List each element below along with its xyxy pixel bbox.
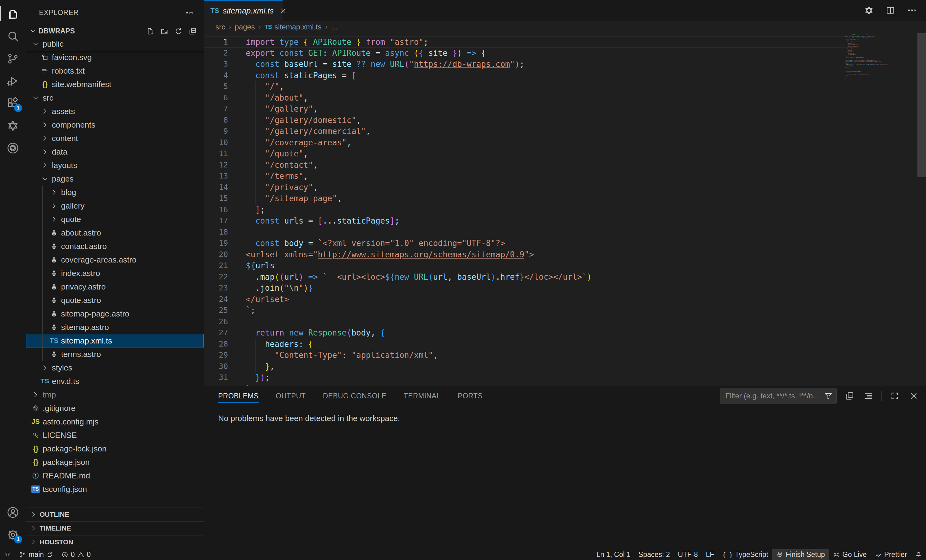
activity-settings-button[interactable]: 1	[0, 524, 26, 546]
status-go-live[interactable]: Go Live	[829, 549, 871, 560]
code-line-19[interactable]: 19 const body = `<?xml version="1.0" enc…	[204, 238, 846, 249]
status-notifications[interactable]	[911, 549, 926, 560]
code-editor[interactable]: 1import type { APIRoute } from "astro";2…	[204, 36, 846, 386]
tree-item-pages[interactable]: pages	[26, 172, 204, 186]
activity-github-button[interactable]	[0, 137, 26, 159]
panel-tab-ports[interactable]: PORTS	[458, 386, 483, 406]
tree-item-about-astro[interactable]: about.astro	[26, 226, 204, 240]
panel-tab-terminal[interactable]: TERMINAL	[404, 386, 440, 406]
code-line-17[interactable]: 17 const urls = [...staticPages];	[204, 215, 846, 226]
tree-item-astro-config-mjs[interactable]: JSastro.config.mjs	[26, 415, 204, 429]
code-line-18[interactable]: 18	[204, 226, 846, 238]
tree-item-privacy-astro[interactable]: privacy.astro	[26, 280, 204, 293]
status-cursor-position[interactable]: Ln 1, Col 1	[593, 549, 634, 560]
status-finish-setup[interactable]: Finish Setup	[772, 549, 829, 560]
code-line-13[interactable]: 13 "/terms",	[204, 171, 846, 182]
maximize-panel-button[interactable]	[888, 390, 901, 402]
minimap[interactable]: import type { APIRoute } from "astro";ex…	[845, 34, 918, 384]
split-editor-button[interactable]	[884, 4, 897, 17]
tree-item-styles[interactable]: styles	[26, 361, 204, 374]
activity-search-button[interactable]	[0, 25, 26, 47]
status-git-branch[interactable]: main	[15, 549, 57, 560]
tree-item-readme-md[interactable]: README.md	[26, 469, 204, 482]
section-timeline[interactable]: TIMELINE	[26, 521, 204, 535]
code-line-20[interactable]: 20<urlset xmlns="http://www.sitemaps.org…	[204, 249, 846, 260]
tree-item-coverage-areas-astro[interactable]: coverage-areas.astro	[26, 253, 204, 267]
status-language-mode[interactable]: { }TypeScript	[718, 549, 772, 560]
code-line-7[interactable]: 7 "/gallery",	[204, 103, 846, 115]
new-file-button[interactable]	[144, 25, 156, 38]
tree-item-components[interactable]: components	[26, 118, 204, 131]
tree-item-data[interactable]: data	[26, 145, 204, 158]
tree-item-src[interactable]: src	[26, 91, 204, 104]
status-indentation[interactable]: Spaces: 2	[634, 549, 674, 560]
tree-item-index-astro[interactable]: index.astro	[26, 267, 204, 280]
breadcrumb-item--[interactable]: ...	[331, 23, 337, 31]
status-eol[interactable]: LF	[702, 549, 718, 560]
tree-item-package-json[interactable]: {}package.json	[26, 456, 204, 469]
breadcrumb-item-sitemap-xml-ts[interactable]: TSsitemap.xml.ts	[265, 23, 322, 31]
code-line-27[interactable]: 27 return new Response(body, {	[204, 327, 846, 338]
code-line-14[interactable]: 14 "/privacy",	[204, 182, 846, 193]
tree-item-terms-astro[interactable]: terms.astro	[26, 347, 204, 361]
status-prettier[interactable]: Prettier	[871, 549, 911, 560]
status-remote-indicator[interactable]	[0, 549, 15, 560]
tree-item-package-lock-json[interactable]: {}package-lock.json	[26, 442, 204, 456]
code-line-9[interactable]: 9 "/gallery/commercial",	[204, 126, 846, 137]
scrollbar-thumb[interactable]	[917, 33, 926, 177]
activity-run-debug-button[interactable]	[0, 69, 26, 92]
workspace-section-header[interactable]: DBWRAPS	[26, 25, 204, 37]
activity-extensions-button[interactable]: 1	[0, 92, 26, 115]
activity-source-control-button[interactable]	[0, 47, 26, 69]
collapse-all-button[interactable]	[843, 390, 856, 402]
chatgpt-button[interactable]	[863, 4, 875, 17]
tree-item-quote-astro[interactable]: quote.astro	[26, 293, 204, 307]
close-panel-button[interactable]	[908, 390, 920, 402]
collapse-folders-button[interactable]	[186, 25, 199, 38]
code-line-24[interactable]: 24</urlset>	[204, 294, 846, 305]
views-more-actions-button[interactable]	[183, 6, 196, 19]
code-line-2[interactable]: 2export const GET: APIRoute = async ({ s…	[204, 48, 846, 59]
panel-tab-problems[interactable]: PROBLEMS	[218, 386, 259, 406]
code-line-22[interactable]: 22 .map((url) => ` <url><loc>${new URL(u…	[204, 272, 846, 283]
code-line-29[interactable]: 29 "Content-Type": "application/xml",	[204, 350, 846, 361]
tree-item-tsconfig-json[interactable]: TStsconfig.json	[26, 482, 204, 496]
tree-item-public[interactable]: public	[26, 37, 204, 51]
panel-tab-debug-console[interactable]: DEBUG CONSOLE	[323, 386, 386, 406]
code-line-25[interactable]: 25`;	[204, 305, 846, 316]
code-line-3[interactable]: 3 const baseUrl = site ?? new URL("https…	[204, 59, 846, 70]
code-line-10[interactable]: 10 "/coverage-areas",	[204, 137, 846, 148]
tree-item-blog[interactable]: blog	[26, 186, 204, 199]
code-line-12[interactable]: 12 "/contact",	[204, 160, 846, 171]
code-line-31[interactable]: 31 });	[204, 372, 846, 383]
section-houston[interactable]: HOUSTON	[26, 535, 204, 549]
tree-item-assets[interactable]: assets	[26, 104, 204, 118]
problems-filter-input[interactable]	[720, 388, 837, 404]
tree-item-sitemap-page-astro[interactable]: sitemap-page.astro	[26, 307, 204, 320]
view-as-table-button[interactable]	[862, 390, 875, 402]
tree-item-content[interactable]: content	[26, 131, 204, 145]
tree-item--gitignore[interactable]: .gitignore	[26, 402, 204, 415]
breadcrumb-item-src[interactable]: src	[215, 23, 225, 31]
new-folder-button[interactable]	[158, 25, 171, 38]
code-line-8[interactable]: 8 "/gallery/domestic",	[204, 115, 846, 126]
tree-item-license[interactable]: LICENSE	[26, 429, 204, 442]
code-line-1[interactable]: 1import type { APIRoute } from "astro";	[204, 36, 846, 48]
tree-item-contact-astro[interactable]: contact.astro	[26, 240, 204, 253]
code-line-15[interactable]: 15 "/sitemap-page",	[204, 193, 846, 204]
code-line-28[interactable]: 28 headers: {	[204, 338, 846, 350]
section-outline[interactable]: OUTLINE	[26, 507, 204, 521]
tree-item-tmp[interactable]: tmp	[26, 388, 204, 402]
code-line-11[interactable]: 11 "/quote",	[204, 148, 846, 160]
code-line-30[interactable]: 30 },	[204, 361, 846, 372]
tree-item-robots-txt[interactable]: robots.txt	[26, 64, 204, 78]
refresh-explorer-button[interactable]	[172, 25, 185, 38]
tree-item-layouts[interactable]: layouts	[26, 158, 204, 172]
tree-item-favicon-svg[interactable]: favicon.svg	[26, 51, 204, 64]
close-tab-icon[interactable]	[279, 6, 287, 16]
code-line-4[interactable]: 4 const staticPages = [	[204, 70, 846, 81]
code-line-32[interactable]: 32};	[204, 383, 846, 386]
tree-item-sitemap-xml-ts[interactable]: TSsitemap.xml.ts	[26, 334, 204, 347]
breadcrumb-item-pages[interactable]: pages	[235, 23, 255, 31]
panel-tab-output[interactable]: OUTPUT	[276, 386, 306, 406]
